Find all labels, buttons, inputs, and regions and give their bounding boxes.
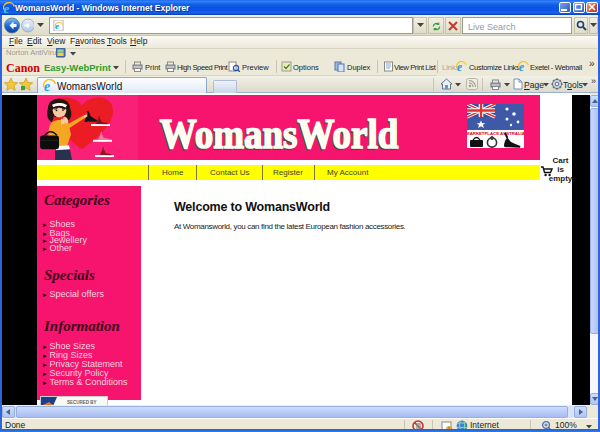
svg-text:SECURED BY: SECURED BY — [67, 400, 97, 405]
svg-text:MARKETPLACE AUSTRALIA: MARKETPLACE AUSTRALIA — [467, 131, 524, 136]
